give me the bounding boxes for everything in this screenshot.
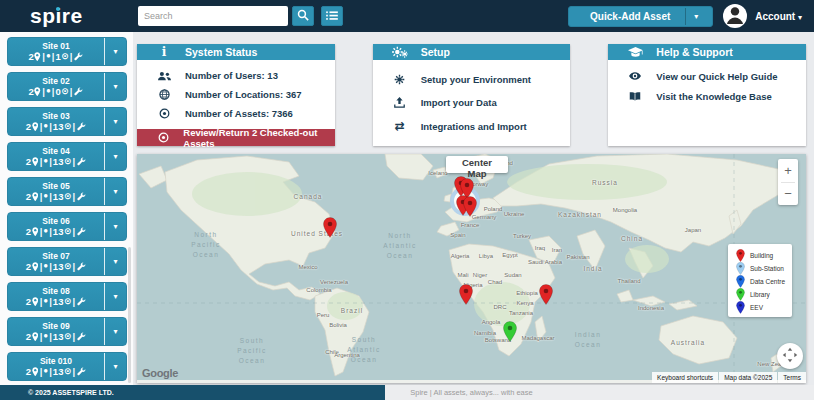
avatar[interactable]	[723, 4, 747, 28]
country-label: Chad	[488, 279, 502, 285]
country-label: Iraq	[535, 245, 545, 251]
site-stats: 2|●|13⊙|	[26, 122, 86, 132]
attribution-link[interactable]: Keyboard shortcuts	[652, 372, 718, 383]
app-logo[interactable]: spire	[30, 4, 130, 28]
country-label: Russia	[592, 179, 618, 186]
logo-dot-icon	[56, 7, 60, 11]
upload-icon	[391, 97, 409, 108]
dot-icon: ●	[43, 227, 48, 235]
map-marker-icon	[31, 227, 39, 237]
site-expand-button[interactable]: ▾	[105, 213, 126, 240]
site-item[interactable]: Site 010 2|●|13⊙| ▾	[7, 352, 127, 381]
country-label: Kazakhstan	[558, 211, 602, 218]
site-item[interactable]: Site 02 2|●|0⊙| ▾	[7, 72, 127, 101]
panel-row[interactable]: ⇄ Integrations and Import	[373, 120, 571, 132]
dot-icon: ●	[43, 367, 48, 375]
attribution-link[interactable]: Terms	[778, 372, 806, 383]
quick-add-asset-button[interactable]: Quick-Add Asset ▾	[568, 6, 713, 27]
site-expand-button[interactable]: ▾	[105, 73, 126, 100]
checkout-alert-row[interactable]: Review/Return 2 Checked-out Assets	[137, 129, 335, 146]
country-label: Mexico	[298, 264, 317, 270]
country-label: Japan	[685, 227, 701, 233]
site-item[interactable]: Site 08 2|●|13⊙| ▾	[7, 282, 127, 311]
map-marker-icon	[31, 192, 39, 202]
site-expand-button[interactable]: ▾	[105, 143, 126, 170]
site-item[interactable]: Site 06 2|●|13⊙| ▾	[7, 212, 127, 241]
map-marker-icon	[31, 262, 39, 272]
ocean-label: North Pacific Ocean	[191, 230, 221, 260]
user-icon	[725, 4, 745, 28]
pan-control-button[interactable]	[777, 343, 803, 369]
target-icon: ⊙	[64, 192, 72, 201]
site-expand-button[interactable]: ▾	[105, 353, 126, 380]
caret-down-icon: ▾	[113, 187, 117, 196]
legend-item[interactable]: Sub-Station	[735, 262, 792, 275]
map-zoom-in-button[interactable]: +	[778, 159, 798, 182]
country-label: Australia	[671, 339, 705, 346]
tools-icon	[76, 332, 86, 341]
panel-row[interactable]: View our Quick Help Guide	[608, 66, 806, 86]
search-button[interactable]	[292, 6, 314, 26]
site-expand-button[interactable]: ▾	[105, 108, 126, 135]
site-item[interactable]: Site 09 2|●|13⊙| ▾	[7, 317, 127, 346]
site-stats: 2|●|13⊙|	[26, 367, 86, 377]
map-marker-icon[interactable]	[459, 284, 473, 309]
graduation-cap-icon	[626, 47, 644, 58]
map-zoom-out-button[interactable]: −	[778, 183, 798, 206]
panel-row[interactable]: Import your Data	[373, 97, 571, 108]
dot-icon: ●	[43, 262, 48, 270]
site-expand-button[interactable]: ▾	[105, 283, 126, 310]
site-item[interactable]: Site 03 2|●|13⊙| ▾	[7, 107, 127, 136]
site-expand-button[interactable]: ▾	[105, 178, 126, 205]
search-input[interactable]	[138, 6, 288, 26]
country-label: Turkey	[513, 233, 531, 239]
caret-down-icon: ▾	[113, 292, 117, 301]
setup-rows: Setup your Environment Import your Data …	[373, 60, 571, 146]
country-label: Ukraine	[504, 211, 525, 217]
map-marker-icon[interactable]	[323, 217, 337, 242]
country-label: Mongolia	[613, 207, 637, 213]
country-label: Tanzania	[509, 310, 533, 316]
world-map[interactable]: North Pacific OceanNorth Atlantic OceanS…	[137, 154, 806, 383]
account-menu[interactable]: Account ▾	[755, 11, 802, 22]
copyright-text: © 2025 ASSETSPIRE LTD.	[28, 389, 114, 396]
site-expand-button[interactable]: ▾	[105, 318, 126, 345]
site-item[interactable]: Site 07 2|●|13⊙| ▾	[7, 247, 127, 276]
map-marker-icon[interactable]	[503, 321, 517, 346]
legend-item[interactable]: Library	[735, 288, 792, 301]
dot-icon: ●	[43, 297, 48, 305]
sidebar: Site 01 2|●|1⊙| ▾ Site 02 2|●|0⊙| ▾ Site…	[0, 32, 133, 385]
country-label: Madagascar	[521, 335, 554, 341]
attribution-link[interactable]: Map data ©2025	[719, 372, 777, 383]
site-expand-button[interactable]: ▾	[105, 248, 126, 275]
dashboard-panels: i System Status Number of Users: 13 Numb…	[137, 44, 806, 146]
sidebar-scrollbar[interactable]	[128, 247, 131, 383]
country-label: Canada	[294, 193, 323, 200]
legend-item[interactable]: EEV	[735, 301, 792, 314]
panel-row-text: View our Quick Help Guide	[656, 71, 777, 82]
site-stats: 2|●|13⊙|	[26, 297, 86, 307]
map-marker-icon[interactable]	[539, 284, 553, 309]
site-item[interactable]: Site 04 2|●|13⊙| ▾	[7, 142, 127, 171]
country-label: Namibia	[474, 330, 496, 336]
center-map-button[interactable]: Center Map	[446, 156, 508, 173]
site-item[interactable]: Site 01 2|●|1⊙| ▾	[7, 37, 127, 66]
country-label: Venezuela	[320, 279, 348, 285]
legend-item[interactable]: Building	[735, 249, 792, 262]
panel-row[interactable]: Setup your Environment	[373, 74, 571, 85]
legend-item[interactable]: Data Centre	[735, 275, 792, 288]
country-label: Colombia	[306, 287, 331, 293]
country-label: Brazil	[341, 307, 363, 314]
ocean-label: South Atlantic Ocean	[347, 335, 380, 365]
map-legend: Building Sub-Station Data Centre Library…	[728, 244, 792, 317]
map-marker-icon[interactable]	[463, 196, 477, 221]
site-item[interactable]: Site 05 2|●|13⊙| ▾	[7, 177, 127, 206]
caret-down-icon: ▾	[113, 117, 117, 126]
panel-row[interactable]: Visit the Knowledge Base	[608, 86, 806, 106]
site-list: Site 01 2|●|1⊙| ▾ Site 02 2|●|0⊙| ▾ Site…	[0, 32, 133, 381]
list-view-button[interactable]	[321, 6, 343, 26]
account-label: Account	[755, 11, 795, 22]
site-expand-button[interactable]: ▾	[105, 38, 126, 65]
search-icon	[297, 9, 309, 24]
map-marker-icon	[34, 52, 42, 62]
